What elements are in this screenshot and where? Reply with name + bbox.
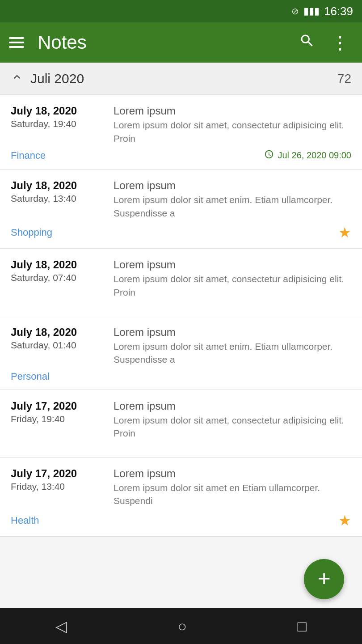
note-item[interactable]: July 18, 2020 Saturday, 19:40 Lorem ipsu…: [0, 95, 362, 169]
back-button[interactable]: ◁: [55, 617, 67, 635]
month-collapse-icon[interactable]: [11, 71, 23, 86]
note-date: July 17, 2020: [11, 466, 105, 480]
note-item[interactable]: July 18, 2020 Saturday, 07:40 Lorem ipsu…: [0, 249, 362, 316]
app-title: Notes: [38, 32, 286, 53]
status-bar: ⊘ ▮▮▮ 16:39: [0, 0, 362, 22]
note-title: Lorem ipsum: [114, 258, 351, 271]
alarm-text: Jul 26, 2020 09:00: [278, 150, 351, 161]
note-item[interactable]: July 18, 2020 Saturday, 01:40 Lorem ipsu…: [0, 316, 362, 390]
note-date: July 18, 2020: [11, 178, 105, 192]
note-title: Lorem ipsum: [114, 104, 351, 118]
note-time: Saturday, 07:40: [11, 271, 105, 284]
battery-icon: ▮▮▮: [303, 5, 320, 17]
note-time: Friday, 19:40: [11, 413, 105, 425]
note-date: July 18, 2020: [11, 104, 105, 118]
note-time: Saturday, 13:40: [11, 192, 105, 204]
recents-button[interactable]: □: [298, 618, 307, 635]
note-time: Saturday, 19:40: [11, 118, 105, 130]
note-title: Lorem ipsum: [114, 325, 351, 339]
note-title: Lorem ipsum: [114, 178, 351, 192]
home-button[interactable]: ○: [177, 618, 187, 635]
note-title: Lorem ipsum: [114, 399, 351, 413]
note-preview: Lorem ipsum dolor sit amet en Etiam ulla…: [114, 481, 351, 508]
note-preview: Lorem ipsum dolor sit amet enim. Etiam u…: [114, 193, 351, 220]
note-category: Shopping: [11, 227, 52, 238]
note-category: Personal: [11, 371, 50, 382]
status-time: 16:39: [324, 4, 353, 18]
note-preview: Lorem ipsum dolor sit amet, consectetur …: [114, 414, 351, 440]
note-category: Health: [11, 515, 39, 526]
bottom-navigation: ◁ ○ □: [0, 608, 362, 644]
menu-button[interactable]: [9, 37, 24, 48]
month-label: Juli 2020: [30, 71, 337, 86]
note-time: Saturday, 01:40: [11, 339, 105, 351]
note-preview: Lorem ipsum dolor sit amet, consectetur …: [114, 272, 351, 299]
note-item[interactable]: July 18, 2020 Saturday, 13:40 Lorem ipsu…: [0, 169, 362, 249]
more-options-button[interactable]: ⋮: [328, 29, 353, 56]
alarm-icon: [264, 149, 274, 162]
note-item[interactable]: July 17, 2020 Friday, 19:40 Lorem ipsum …: [0, 390, 362, 458]
search-button[interactable]: [295, 29, 319, 56]
star-icon: ★: [338, 512, 351, 529]
note-date: July 18, 2020: [11, 325, 105, 339]
star-icon: ★: [338, 224, 351, 241]
note-preview: Lorem ipsum dolor sit amet enim. Etiam u…: [114, 340, 351, 366]
notes-list: July 18, 2020 Saturday, 19:40 Lorem ipsu…: [0, 95, 362, 608]
note-time: Friday, 13:40: [11, 480, 105, 492]
status-icons: ⊘ ▮▮▮ 16:39: [291, 4, 353, 18]
note-title: Lorem ipsum: [114, 466, 351, 480]
note-item[interactable]: July 17, 2020 Friday, 13:40 Lorem ipsum …: [0, 458, 362, 537]
sim-icon: ⊘: [291, 6, 299, 17]
add-note-fab[interactable]: +: [304, 559, 344, 599]
add-icon: +: [317, 567, 330, 589]
note-preview: Lorem ipsum dolor sit amet, consectetur …: [114, 119, 351, 145]
note-date: July 18, 2020: [11, 258, 105, 271]
month-count: 72: [337, 72, 351, 86]
note-date: July 17, 2020: [11, 399, 105, 413]
note-category: Finance: [11, 150, 46, 161]
month-header[interactable]: Juli 2020 72: [0, 63, 362, 95]
app-bar: Notes ⋮: [0, 22, 362, 63]
